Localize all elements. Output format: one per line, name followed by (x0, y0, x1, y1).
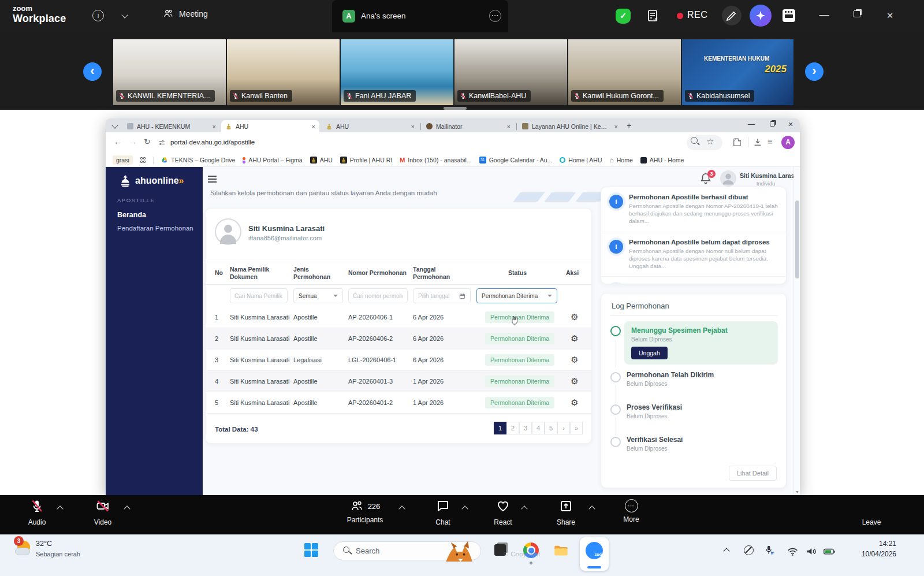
tab-close-icon[interactable]: × (312, 123, 315, 130)
notification-item[interactable]: i Permohonan Apostille berhasil dibuatPe… (601, 187, 786, 232)
chat-button[interactable]: Chat (425, 499, 461, 526)
tab-close-icon[interactable]: × (213, 123, 216, 130)
clock-date[interactable]: 10/04/2026 (843, 550, 896, 558)
video-tile[interactable]: KANWIL KEMENTERIA... (113, 39, 226, 105)
participants-options-chevron[interactable] (398, 506, 405, 512)
user-avatar[interactable] (720, 170, 736, 187)
browser-minimize-icon[interactable]: — (748, 120, 755, 128)
apps-button[interactable] (783, 9, 795, 22)
page-button[interactable]: 4 (532, 422, 545, 434)
hamburger-menu-icon[interactable] (208, 176, 217, 184)
downloads-icon[interactable] (752, 137, 763, 147)
reading-list-icon[interactable]: ≡ (767, 136, 773, 146)
clock-time[interactable]: 14:21 (843, 540, 896, 548)
browser-tab[interactable]: Layanan AHU Online | Kementeria × (518, 120, 622, 132)
tab-close-icon[interactable]: × (507, 123, 511, 130)
meeting-info-icon[interactable]: i (92, 10, 104, 21)
filter-number-input[interactable] (348, 288, 408, 303)
table-row[interactable]: 2Siti Kusmina LarasatiApostilleAP-202604… (206, 328, 591, 350)
page-button[interactable]: 5 (545, 422, 557, 434)
forward-icon[interactable]: → (129, 137, 137, 146)
tab-shared-screen[interactable]: A Ana's screen ⋯ (332, 0, 508, 32)
participants-button[interactable]: 226 Participants (340, 499, 390, 524)
scroll-down-icon[interactable]: ▼ (795, 490, 799, 494)
filter-date-input[interactable]: Pilih tanggal (413, 288, 471, 303)
page-zoom-icon[interactable] (691, 137, 698, 144)
tab-search-icon[interactable] (111, 122, 118, 128)
strip-next-button[interactable]: › (805, 62, 824, 81)
bookmark-item[interactable]: ⌂Home (610, 156, 633, 164)
bookmark-item[interactable]: AHU (310, 157, 333, 163)
video-tile[interactable]: Kanwil Hukum Goront... (568, 39, 681, 105)
audio-options-chevron[interactable] (57, 506, 63, 512)
table-row[interactable]: 3Siti Kusmina LarasatiLegalisasiLGL-2026… (206, 350, 591, 371)
page-last-button[interactable]: » (570, 422, 583, 434)
browser-tab[interactable]: Mailinator × (422, 120, 515, 132)
battery-icon[interactable] (822, 545, 836, 558)
new-tab-button[interactable]: + (627, 121, 631, 130)
page-next-button[interactable]: › (557, 422, 570, 434)
file-explorer-icon[interactable] (553, 542, 569, 558)
bookmark-item[interactable]: TEKNIS – Google Drive (161, 157, 235, 163)
tab-close-icon[interactable]: × (614, 123, 618, 130)
mic-location-icon[interactable] (763, 544, 776, 556)
wifi-icon[interactable] (787, 545, 799, 558)
start-button[interactable] (304, 543, 318, 557)
bookmark-item[interactable]: AHU - Home (640, 157, 684, 163)
reload-icon[interactable]: ↻ (144, 137, 151, 146)
browser-tab[interactable]: AHU × (322, 120, 419, 132)
gear-icon[interactable]: ⚙ (571, 312, 578, 322)
minimize-button[interactable]: — (815, 9, 833, 21)
annotate-button[interactable] (722, 6, 742, 25)
gear-icon[interactable]: ⚙ (571, 355, 578, 365)
tray-expand-chevron[interactable] (723, 548, 729, 554)
status-badge[interactable]: Permohonan Diterima (485, 333, 554, 344)
zoom-taskbar-icon[interactable]: zoom (580, 537, 609, 571)
do-not-disturb-icon[interactable] (744, 545, 754, 555)
chat-options-chevron[interactable] (461, 506, 468, 512)
browser-tab[interactable]: AHU - KEMENKUM × (123, 120, 220, 132)
captions-icon[interactable] (646, 9, 660, 23)
site-settings-icon[interactable] (158, 139, 166, 147)
bookmark-folder[interactable]: grasi (113, 155, 133, 165)
video-tile[interactable]: KanwilBabel-AHU (454, 39, 567, 105)
more-button[interactable]: ⋯ More (613, 499, 649, 523)
notification-item[interactable]: i Permohonan Apostille belum dapat dipro… (601, 232, 786, 277)
strip-drag-handle[interactable] (444, 107, 467, 110)
video-tile[interactable]: KEMENTERIAN HUKUM 2025 Kabidahusumsel (682, 39, 793, 105)
bookmark-item[interactable]: Home | AHU (560, 157, 602, 163)
close-button[interactable]: × (881, 9, 899, 22)
gear-icon[interactable]: ⚙ (571, 333, 578, 343)
bookmark-item[interactable]: AHU Portal – Figma (243, 157, 302, 163)
tab-meeting[interactable]: Meeting (163, 8, 208, 19)
table-row[interactable]: 1Siti Kusmina LarasatiApostilleAP-202604… (206, 307, 591, 328)
react-button[interactable]: React (485, 499, 521, 526)
page-button[interactable]: 2 (506, 422, 519, 434)
filter-type-select[interactable]: Semua (293, 288, 343, 303)
audio-button[interactable]: Audio (16, 499, 58, 526)
table-row[interactable]: 4Siti Kusmina LarasatiApostilleAP-202604… (206, 371, 591, 392)
bookmark-item[interactable]: Profile | AHU RI (340, 157, 392, 163)
chevron-down-icon[interactable] (121, 12, 128, 18)
page-button[interactable]: 1 (494, 422, 506, 434)
search-box[interactable]: Search (333, 541, 481, 560)
video-tile[interactable]: Kanwil Banten (227, 39, 340, 105)
security-shield-icon[interactable]: ✓ (616, 9, 631, 24)
browser-profile-avatar[interactable]: A (781, 136, 795, 149)
status-badge[interactable]: Permohonan Diterima (485, 354, 554, 366)
page-button[interactable]: 3 (519, 422, 532, 434)
ai-companion-button[interactable] (750, 5, 772, 27)
extensions-icon[interactable] (732, 137, 742, 147)
gear-icon[interactable]: ⚙ (571, 397, 578, 407)
share-options-chevron[interactable] (588, 506, 595, 512)
filter-name-input[interactable] (230, 288, 288, 303)
video-tile[interactable]: Fani AHU JABAR (341, 39, 453, 105)
bookmark-star-icon[interactable]: ☆ (706, 136, 714, 147)
video-options-chevron[interactable] (124, 506, 130, 512)
tab-close-icon[interactable]: × (411, 123, 415, 130)
more-options-icon[interactable]: ⋯ (489, 10, 501, 22)
table-row[interactable]: 5Siti Kusmina LarasatiApostilleAP-202604… (206, 392, 591, 414)
lihat-detail-button[interactable]: Lihat Detail (729, 466, 777, 481)
sidebar-item-beranda[interactable]: Beranda (117, 211, 146, 219)
bookmark-item[interactable]: 31Google Calendar - Au... (479, 157, 553, 163)
